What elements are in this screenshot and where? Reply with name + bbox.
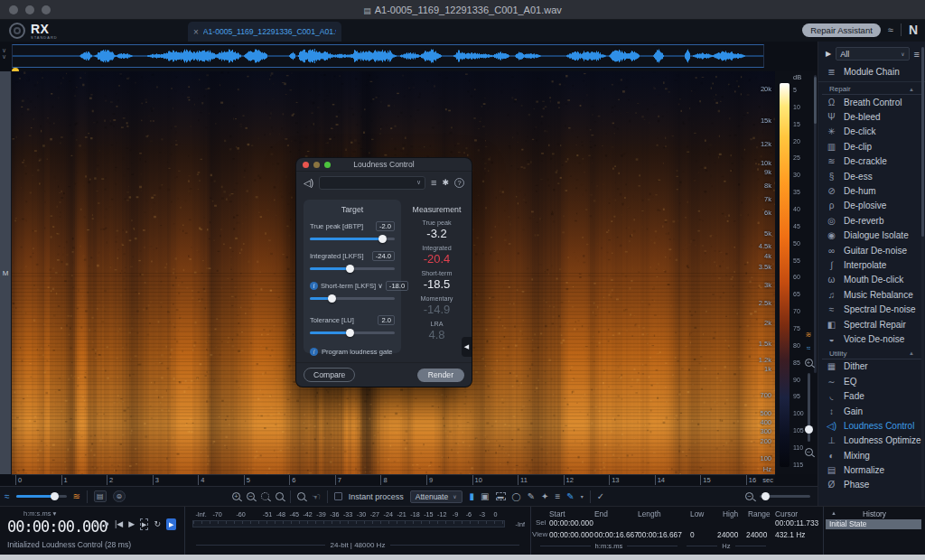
sidebar-item-de-clip[interactable]: ▥De-clip	[818, 139, 925, 154]
sidebar-item-spectral-repair[interactable]: ◧Spectral Repair	[818, 317, 925, 331]
target-value-field[interactable]: -24.0	[372, 251, 395, 261]
time-format-select[interactable]: h:m:s.ms ▾	[23, 509, 56, 518]
preset-select[interactable]: ∨	[319, 176, 425, 190]
sidebar-item-de-ess[interactable]: §De-ess	[818, 169, 925, 183]
sidebar-item-guitar-de-noise[interactable]: ∞Guitar De-noise	[818, 243, 925, 257]
sidebar-item-voice-de-noise[interactable]: ◒Voice De-noise	[818, 331, 925, 346]
sidebar-item-de-bleed[interactable]: ΨDe-bleed	[818, 109, 925, 124]
settings-gear-icon[interactable]: ✱	[442, 178, 449, 188]
section-header-repair[interactable]: Repair▲	[822, 82, 921, 95]
sidebar-item-dialogue-isolate[interactable]: ◉Dialogue Isolate	[818, 229, 925, 243]
time-ruler[interactable]: 012345678910111213141516sec	[12, 474, 775, 486]
playback-mode-button[interactable]: ▶	[166, 518, 176, 530]
zoom-in-icon[interactable]	[232, 492, 240, 500]
docked-panel-button[interactable]: ▤	[94, 490, 107, 502]
target-slider[interactable]	[310, 235, 395, 243]
sidebar-item-phase[interactable]: ØPhase	[818, 478, 925, 492]
smart-brush-tool-icon[interactable]: ✎	[566, 491, 574, 501]
channel-strip[interactable]: M	[0, 71, 12, 474]
sidebar-item-music-rebalance[interactable]: ♫Music Rebalance	[818, 287, 925, 302]
sidebar-menu-icon[interactable]: ≡	[914, 49, 920, 60]
sidebar-item-breath-control[interactable]: ΩBreath Control	[818, 95, 925, 109]
preset-menu-icon[interactable]: ≡	[431, 178, 436, 188]
record-button[interactable]: ●	[104, 519, 108, 529]
sidebar-item-de-crackle[interactable]: ≋De-crackle	[818, 154, 925, 169]
magic-wand-tool-icon[interactable]: ✦	[541, 491, 548, 501]
sidebar-item-dither[interactable]: ▦Dither	[818, 359, 925, 374]
vertical-zoom-out-icon[interactable]	[805, 448, 813, 456]
sidebar-item-loudness-optimize[interactable]: ⊥Loudness Optimize	[818, 434, 925, 448]
sidebar-item-interpolate[interactable]: ∫Interpolate	[818, 257, 925, 272]
vertical-zoom-in-icon[interactable]	[805, 359, 813, 367]
target-slider[interactable]	[310, 265, 395, 273]
time-selection-tool-icon[interactable]: ▮	[470, 491, 475, 501]
harmonic-selection-tool-icon[interactable]: ≡	[555, 491, 560, 501]
dialog-titlebar[interactable]: Loudness Control	[296, 158, 472, 172]
info-icon[interactable]: i	[310, 348, 318, 356]
help-icon[interactable]: ?	[454, 178, 464, 188]
output-monitor-icon[interactable]: ◁)	[304, 178, 313, 188]
instant-process-label[interactable]: Instant process	[349, 492, 404, 501]
target-slider[interactable]	[310, 294, 395, 303]
overview-waveform[interactable]	[12, 44, 764, 68]
signal-scribble-icon[interactable]: ≈	[888, 24, 893, 35]
zoom-out-icon[interactable]	[247, 492, 255, 500]
sidebar-item-de-plosive[interactable]: ρDe-plosive	[818, 199, 925, 213]
file-tab[interactable]: × A1-0005_1169_12291336_C001_A01.wav	[188, 22, 341, 42]
sidebar-item-gain[interactable]: ↕Gain	[818, 404, 925, 418]
preview-play-icon[interactable]: ▶	[826, 50, 831, 58]
section-header-utility[interactable]: Utility▲	[822, 347, 921, 359]
horizontal-zoom-slider[interactable]	[760, 492, 810, 500]
overview-collapse-icon[interactable]: ∨∨	[2, 47, 6, 60]
repair-assistant-button[interactable]: Repair Assistant	[802, 23, 881, 37]
play-button[interactable]: ▶	[128, 519, 135, 529]
process-mode-select[interactable]: Attenuate∨	[410, 490, 462, 503]
zoom-all-icon[interactable]	[276, 492, 284, 500]
sidebar-item-mixing[interactable]: ◐Mixing	[818, 448, 925, 462]
sidebar-item-de-reverb[interactable]: ◎De-reverb	[818, 213, 925, 228]
sidebar-item-eq[interactable]: ∼EQ	[818, 374, 925, 388]
sidebar-item-de-hum[interactable]: ⊘De-hum	[818, 183, 925, 198]
annotations-button[interactable]: ⊜	[113, 490, 126, 502]
module-chain-item[interactable]: ≣ Module Chain	[818, 64, 925, 82]
tab-close-icon[interactable]: ×	[193, 27, 199, 37]
info-icon[interactable]: i	[310, 282, 318, 290]
loop-button[interactable]: ↻	[154, 519, 161, 529]
vertical-scrollbar[interactable]	[814, 75, 817, 373]
sidebar-item-loudness-control[interactable]: ◁)Loudness Control	[818, 418, 925, 433]
lasso-tool-icon[interactable]: ◯	[512, 492, 521, 501]
instant-process-checkbox[interactable]	[334, 492, 342, 500]
vertical-zoom-slider[interactable]	[805, 373, 813, 442]
module-filter-select[interactable]: All∨	[836, 47, 909, 61]
sidebar-item-spectral-de-noise[interactable]: ≈Spectral De-noise	[818, 302, 925, 316]
waveform-view-icon[interactable]: ≈	[807, 345, 810, 352]
target-slider[interactable]	[310, 329, 395, 337]
grab-tool-icon[interactable]: ☜	[312, 492, 321, 501]
render-button[interactable]: Render	[417, 369, 464, 382]
sidebar-item-de-click[interactable]: ✳De-click	[818, 125, 925, 139]
sidebar-item-mouth-de-click[interactable]: ωMouth De-click	[818, 273, 925, 287]
sidebar-scrollbar[interactable]	[921, 47, 924, 500]
minimize-window-button[interactable]	[25, 5, 34, 14]
overview-waveform-canvas[interactable]	[13, 45, 763, 67]
measurement-collapse-button[interactable]: ◀	[462, 337, 472, 357]
brush-options-caret-icon[interactable]: ▾	[581, 493, 584, 499]
waveform-spectrogram-blend-slider[interactable]	[16, 492, 67, 500]
sidebar-item-normalize[interactable]: ▤Normalize	[818, 462, 925, 477]
frequency-selection-tool-icon[interactable]: ▬	[496, 492, 506, 500]
zoom-selection-icon[interactable]	[261, 492, 269, 500]
monitor-headphones-button[interactable]: ∩	[93, 519, 98, 529]
spectrogram-view-icon[interactable]: ≋	[806, 331, 812, 339]
horizontal-zoom-out-icon[interactable]	[745, 492, 753, 500]
history-item[interactable]: Initial State	[826, 519, 921, 529]
magnify-tool-icon[interactable]	[297, 492, 305, 500]
play-selection-button[interactable]: ▶	[140, 518, 148, 530]
time-frequency-selection-tool-icon[interactable]: ▣	[481, 491, 489, 501]
zoom-window-button[interactable]	[42, 5, 51, 14]
target-value-field[interactable]: 2.0	[378, 315, 395, 325]
compare-button[interactable]: Compare	[304, 368, 355, 382]
sidebar-item-fade[interactable]: ◟Fade	[818, 388, 925, 403]
close-window-button[interactable]	[9, 5, 18, 14]
return-to-start-button[interactable]: |◀	[115, 519, 123, 529]
draw-curve-tool-icon[interactable]: ✓	[597, 491, 604, 501]
